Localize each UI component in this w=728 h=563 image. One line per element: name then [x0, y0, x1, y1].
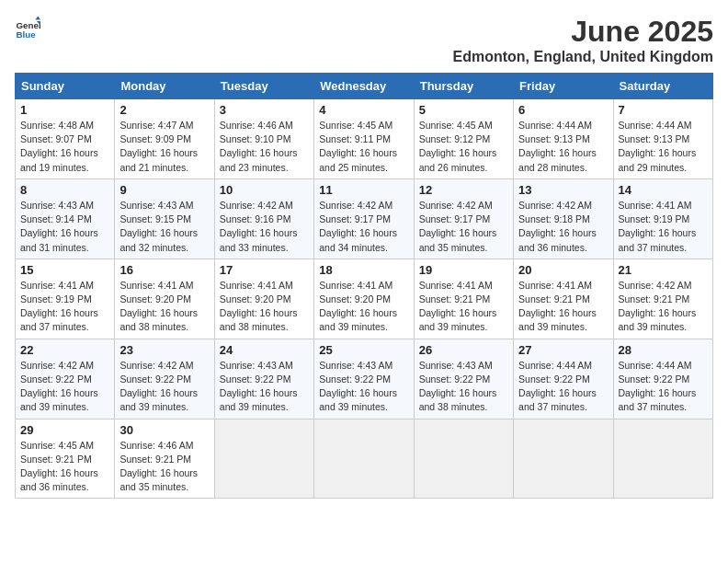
day-number: 7 [619, 103, 708, 117]
day-info: Sunrise: 4:44 AMSunset: 9:22 PMDaylight:… [518, 360, 597, 413]
day-info: Sunrise: 4:41 AMSunset: 9:21 PMDaylight:… [518, 280, 597, 333]
day-number: 15 [20, 263, 109, 277]
calendar-cell [214, 419, 313, 499]
col-tuesday: Tuesday [214, 74, 313, 99]
calendar-cell: 19Sunrise: 4:41 AMSunset: 9:21 PMDayligh… [414, 259, 513, 339]
day-info: Sunrise: 4:42 AMSunset: 9:17 PMDaylight:… [319, 200, 397, 253]
col-thursday: Thursday [414, 74, 513, 99]
day-info: Sunrise: 4:42 AMSunset: 9:21 PMDaylight:… [619, 280, 697, 333]
calendar-cell: 25Sunrise: 4:43 AMSunset: 9:22 PMDayligh… [314, 339, 414, 419]
calendar-cell: 24Sunrise: 4:43 AMSunset: 9:22 PMDayligh… [214, 339, 313, 419]
day-number: 22 [20, 343, 109, 357]
calendar-cell: 18Sunrise: 4:41 AMSunset: 9:20 PMDayligh… [314, 259, 414, 339]
calendar-cell: 28Sunrise: 4:44 AMSunset: 9:22 PMDayligh… [613, 339, 712, 419]
day-number: 26 [419, 343, 508, 357]
logo: General Blue [15, 15, 40, 40]
day-info: Sunrise: 4:41 AMSunset: 9:20 PMDaylight:… [119, 280, 198, 333]
day-info: Sunrise: 4:46 AMSunset: 9:21 PMDaylight:… [119, 440, 198, 493]
day-number: 4 [319, 103, 408, 117]
day-number: 6 [518, 103, 608, 117]
day-number: 23 [119, 343, 209, 357]
day-info: Sunrise: 4:41 AMSunset: 9:20 PMDaylight:… [220, 280, 298, 333]
main-title: June 2025 [452, 15, 713, 49]
day-number: 2 [119, 103, 209, 117]
day-number: 16 [119, 263, 209, 277]
day-info: Sunrise: 4:41 AMSunset: 9:21 PMDaylight:… [419, 280, 497, 333]
calendar-cell: 9Sunrise: 4:43 AMSunset: 9:15 PMDaylight… [115, 178, 214, 259]
calendar-cell [414, 419, 513, 499]
calendar-cell: 30Sunrise: 4:46 AMSunset: 9:21 PMDayligh… [115, 419, 214, 499]
subtitle: Edmonton, England, United Kingdom [452, 49, 713, 65]
calendar-cell: 16Sunrise: 4:41 AMSunset: 9:20 PMDayligh… [115, 259, 214, 339]
day-number: 19 [419, 263, 508, 277]
day-number: 14 [619, 183, 708, 197]
day-info: Sunrise: 4:44 AMSunset: 9:13 PMDaylight:… [619, 120, 697, 173]
day-info: Sunrise: 4:42 AMSunset: 9:16 PMDaylight:… [220, 200, 298, 253]
day-number: 5 [419, 103, 508, 117]
day-number: 12 [419, 183, 508, 197]
day-number: 27 [518, 343, 608, 357]
calendar-cell: 10Sunrise: 4:42 AMSunset: 9:16 PMDayligh… [214, 178, 313, 259]
calendar-cell: 1Sunrise: 4:48 AMSunset: 9:07 PMDaylight… [16, 99, 115, 179]
day-info: Sunrise: 4:48 AMSunset: 9:07 PMDaylight:… [20, 120, 98, 173]
calendar-cell: 15Sunrise: 4:41 AMSunset: 9:19 PMDayligh… [16, 259, 115, 339]
calendar-cell: 8Sunrise: 4:43 AMSunset: 9:14 PMDaylight… [16, 178, 115, 259]
logo-icon: General Blue [15, 15, 40, 40]
calendar-cell: 7Sunrise: 4:44 AMSunset: 9:13 PMDaylight… [613, 99, 712, 179]
day-number: 9 [119, 183, 209, 197]
calendar-cell: 20Sunrise: 4:41 AMSunset: 9:21 PMDayligh… [514, 259, 613, 339]
calendar-cell: 6Sunrise: 4:44 AMSunset: 9:13 PMDaylight… [514, 99, 613, 179]
day-number: 24 [220, 343, 309, 357]
calendar-week-4: 22Sunrise: 4:42 AMSunset: 9:22 PMDayligh… [16, 339, 713, 419]
col-wednesday: Wednesday [314, 74, 414, 99]
day-info: Sunrise: 4:42 AMSunset: 9:22 PMDaylight:… [20, 360, 98, 413]
day-number: 10 [220, 183, 309, 197]
calendar-cell: 2Sunrise: 4:47 AMSunset: 9:09 PMDaylight… [115, 99, 214, 179]
day-info: Sunrise: 4:43 AMSunset: 9:22 PMDaylight:… [319, 360, 397, 413]
calendar-cell: 23Sunrise: 4:42 AMSunset: 9:22 PMDayligh… [115, 339, 214, 419]
day-number: 8 [20, 183, 109, 197]
calendar-cell: 22Sunrise: 4:42 AMSunset: 9:22 PMDayligh… [16, 339, 115, 419]
day-number: 21 [619, 263, 708, 277]
day-info: Sunrise: 4:45 AMSunset: 9:11 PMDaylight:… [319, 120, 397, 173]
day-info: Sunrise: 4:43 AMSunset: 9:14 PMDaylight:… [20, 200, 98, 253]
calendar-body: 1Sunrise: 4:48 AMSunset: 9:07 PMDaylight… [16, 99, 713, 499]
day-number: 17 [220, 263, 309, 277]
calendar-week-5: 29Sunrise: 4:45 AMSunset: 9:21 PMDayligh… [16, 419, 713, 499]
calendar-cell: 4Sunrise: 4:45 AMSunset: 9:11 PMDaylight… [314, 99, 414, 179]
day-number: 30 [119, 423, 209, 437]
calendar-week-3: 15Sunrise: 4:41 AMSunset: 9:19 PMDayligh… [16, 259, 713, 339]
day-info: Sunrise: 4:44 AMSunset: 9:13 PMDaylight:… [518, 120, 597, 173]
col-friday: Friday [514, 74, 613, 99]
calendar-table: Sunday Monday Tuesday Wednesday Thursday… [15, 73, 713, 499]
day-number: 20 [518, 263, 608, 277]
day-info: Sunrise: 4:41 AMSunset: 9:19 PMDaylight:… [20, 280, 98, 333]
calendar-cell: 17Sunrise: 4:41 AMSunset: 9:20 PMDayligh… [214, 259, 313, 339]
day-info: Sunrise: 4:42 AMSunset: 9:18 PMDaylight:… [518, 200, 597, 253]
day-info: Sunrise: 4:42 AMSunset: 9:22 PMDaylight:… [119, 360, 198, 413]
day-number: 25 [319, 343, 408, 357]
day-number: 28 [619, 343, 708, 357]
day-info: Sunrise: 4:41 AMSunset: 9:19 PMDaylight:… [619, 200, 697, 253]
day-info: Sunrise: 4:43 AMSunset: 9:22 PMDaylight:… [419, 360, 497, 413]
col-monday: Monday [115, 74, 214, 99]
svg-text:Blue: Blue [16, 29, 36, 40]
calendar-cell: 11Sunrise: 4:42 AMSunset: 9:17 PMDayligh… [314, 178, 414, 259]
calendar-cell: 29Sunrise: 4:45 AMSunset: 9:21 PMDayligh… [16, 419, 115, 499]
day-info: Sunrise: 4:41 AMSunset: 9:20 PMDaylight:… [319, 280, 397, 333]
day-number: 1 [20, 103, 109, 117]
calendar-cell: 27Sunrise: 4:44 AMSunset: 9:22 PMDayligh… [514, 339, 613, 419]
calendar-cell [314, 419, 414, 499]
calendar-week-2: 8Sunrise: 4:43 AMSunset: 9:14 PMDaylight… [16, 178, 713, 259]
day-info: Sunrise: 4:42 AMSunset: 9:17 PMDaylight:… [419, 200, 497, 253]
calendar-cell: 14Sunrise: 4:41 AMSunset: 9:19 PMDayligh… [613, 178, 712, 259]
day-number: 18 [319, 263, 408, 277]
day-info: Sunrise: 4:45 AMSunset: 9:12 PMDaylight:… [419, 120, 497, 173]
svg-marker-2 [35, 16, 40, 19]
calendar-cell: 5Sunrise: 4:45 AMSunset: 9:12 PMDaylight… [414, 99, 513, 179]
col-sunday: Sunday [16, 74, 115, 99]
calendar-cell [613, 419, 712, 499]
day-info: Sunrise: 4:43 AMSunset: 9:22 PMDaylight:… [220, 360, 298, 413]
day-info: Sunrise: 4:47 AMSunset: 9:09 PMDaylight:… [119, 120, 198, 173]
calendar-cell: 26Sunrise: 4:43 AMSunset: 9:22 PMDayligh… [414, 339, 513, 419]
